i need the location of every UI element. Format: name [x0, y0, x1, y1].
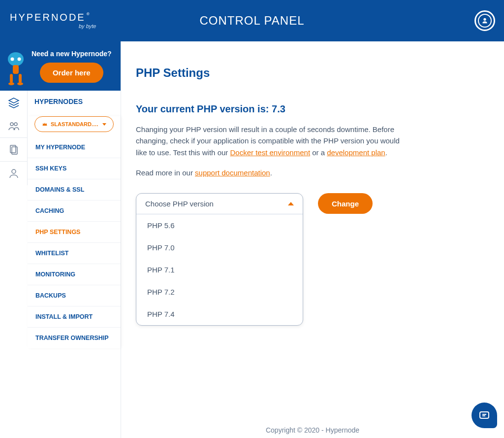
nav-transfer-ownership[interactable]: TRANSFER OWNERSHIP	[28, 328, 121, 348]
change-button[interactable]: Change	[318, 193, 373, 214]
option-php-7-1[interactable]: PHP 7.1	[136, 259, 303, 281]
chevron-down-icon	[102, 123, 106, 126]
select-header[interactable]: Choose PHP version	[136, 194, 303, 214]
order-here-button[interactable]: Order here	[40, 63, 103, 83]
rail-account[interactable]	[0, 162, 28, 185]
nav-php-settings[interactable]: PHP SETTINGS	[28, 222, 121, 243]
svg-point-12	[12, 169, 16, 173]
svg-point-0	[8, 52, 24, 66]
chevron-up-icon	[288, 202, 294, 205]
docker-env-link[interactable]: Docker test environment	[230, 148, 310, 157]
layers-icon	[8, 97, 20, 108]
option-php-7-4[interactable]: PHP 7.4	[136, 303, 303, 325]
svg-point-9	[14, 123, 17, 126]
nav-section-title[interactable]: HYPERNODES	[28, 91, 121, 112]
footer-copyright: Copyright © 2020 - Hypernode	[266, 426, 359, 434]
nav-whitelist[interactable]: WHITELIST	[28, 243, 121, 264]
rail-billing[interactable]	[0, 138, 28, 162]
user-icon	[481, 17, 489, 25]
rail-hypernodes[interactable]	[0, 91, 28, 114]
option-php-7-2[interactable]: PHP 7.2	[136, 281, 303, 303]
nav-backups[interactable]: BACKUPS	[28, 285, 121, 306]
svg-rect-4	[10, 74, 13, 83]
option-php-5-6[interactable]: PHP 5.6	[136, 214, 303, 236]
nav-domains-ssl[interactable]: DOMAINS & SSL	[28, 179, 121, 201]
svg-point-7	[17, 82, 23, 85]
sidebar-nav: HYPERNODES SLASTANDARD.HYPERN… MY HYPERN…	[28, 91, 121, 348]
sidebar: Need a new Hypernode? Order here HYPERNO…	[0, 41, 121, 438]
person-icon	[8, 168, 20, 179]
nav-my-hypernode[interactable]: MY HYPERNODE	[28, 137, 121, 158]
nav-install-import[interactable]: INSTALL & IMPORT	[28, 306, 121, 328]
chat-icon	[478, 409, 490, 421]
support-docs-link[interactable]: support documentation	[195, 168, 270, 177]
crown-icon	[42, 121, 48, 127]
svg-point-8	[10, 123, 13, 126]
user-menu-button[interactable]	[474, 10, 495, 31]
svg-point-2	[18, 58, 21, 61]
description-para-2: Read more in our support documentation.	[136, 167, 411, 178]
brand-logo: HYPERNODE® by byte	[10, 12, 96, 29]
select-placeholder: Choose PHP version	[145, 200, 214, 208]
nav-ssh-keys[interactable]: SSH KEYS	[28, 158, 121, 179]
development-plan-link[interactable]: development plan	[327, 148, 385, 157]
php-version-card: Your current PHP version is: 7.3 Changin…	[136, 103, 484, 326]
svg-rect-13	[480, 412, 489, 418]
mascot-icon	[4, 46, 28, 86]
rail-teams[interactable]	[0, 114, 28, 138]
page-title: PHP Settings	[136, 66, 484, 80]
nav-caching[interactable]: CACHING	[28, 201, 121, 222]
current-version-heading: Your current PHP version is: 7.3	[136, 103, 484, 115]
hypernode-selector[interactable]: SLASTANDARD.HYPERN…	[34, 116, 114, 132]
option-php-7-0[interactable]: PHP 7.0	[136, 236, 303, 259]
users-icon	[8, 120, 20, 132]
icon-rail	[0, 91, 28, 185]
svg-point-1	[11, 58, 14, 61]
nav-monitoring[interactable]: MONITORING	[28, 264, 121, 285]
svg-rect-3	[13, 65, 19, 74]
svg-point-6	[8, 82, 14, 85]
promo-question: Need a new Hypernode?	[32, 50, 112, 58]
svg-rect-5	[19, 74, 22, 83]
promo-banner: Need a new Hypernode? Order here	[0, 41, 121, 91]
description-para-1: Changing your PHP version will result in…	[136, 124, 411, 158]
header: HYPERNODE® by byte CONTROL PANEL	[0, 0, 504, 41]
main-content: PHP Settings Your current PHP version is…	[121, 41, 504, 438]
php-version-select[interactable]: Choose PHP version PHP 5.6 PHP 7.0 PHP 7…	[136, 193, 303, 326]
chat-widget-button[interactable]	[472, 403, 497, 428]
page-header-title: CONTROL PANEL	[199, 14, 304, 28]
documents-icon	[8, 144, 20, 156]
